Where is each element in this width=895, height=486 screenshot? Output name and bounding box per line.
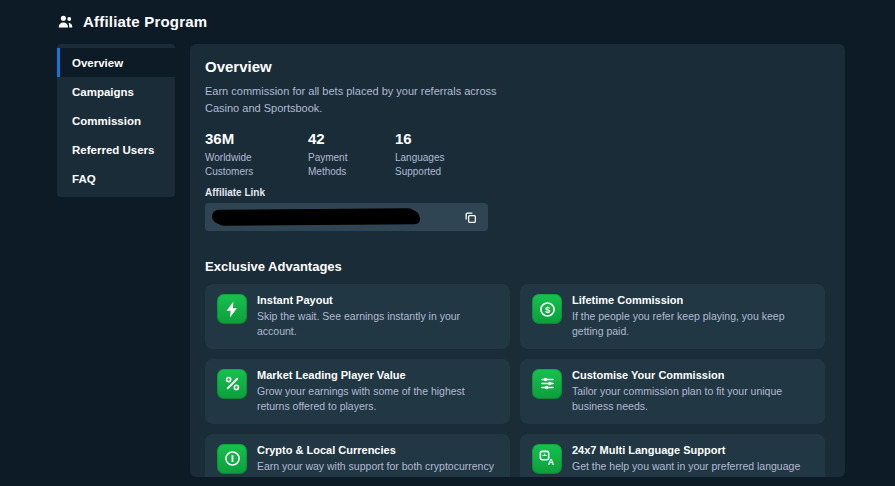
advantage-description: If the people you refer keep playing, yo… <box>572 309 813 339</box>
affiliates-icon <box>57 13 74 30</box>
lightning-icon <box>217 294 247 324</box>
advantage-card-lifetime-commission: $ Lifetime Commission If the people you … <box>520 284 825 349</box>
affiliate-link-label: Affiliate Link <box>205 187 825 198</box>
exclusive-advantages-title: Exclusive Advantages <box>205 259 825 274</box>
sidebar-item-faq[interactable]: FAQ <box>57 164 175 193</box>
section-title: Overview <box>205 58 825 75</box>
advantage-title: Customise Your Commission <box>572 369 813 381</box>
stat-worldwide-customers: 36M Worldwide Customers <box>205 130 308 179</box>
advantages-grid: Instant Payout Skip the wait. See earnin… <box>205 284 825 477</box>
page-title: Affiliate Program <box>83 13 207 30</box>
advantage-title: Crypto & Local Currencies <box>257 444 498 456</box>
overview-panel: Overview Earn commission for all bets pl… <box>190 44 845 477</box>
svg-text:A: A <box>547 457 554 467</box>
advantage-card-crypto-currencies: Crypto & Local Currencies Earn your way … <box>205 434 510 477</box>
affiliate-link-redacted-value <box>214 209 418 224</box>
stat-value: 42 <box>308 130 395 147</box>
content-area: Overview Campaigns Commission Referred U… <box>0 40 895 477</box>
advantage-title: Lifetime Commission <box>572 294 813 306</box>
advantage-title: Instant Payout <box>257 294 498 306</box>
advantage-title: Market Leading Player Value <box>257 369 498 381</box>
copy-icon <box>464 211 477 224</box>
money-cycle-icon: $ <box>532 294 562 324</box>
stat-label: Languages Supported <box>395 151 465 179</box>
sidebar-item-referred-users[interactable]: Referred Users <box>57 135 175 164</box>
stat-value: 16 <box>395 130 465 147</box>
advantage-title: 24x7 Multi Language Support <box>572 444 813 456</box>
sidebar-item-overview[interactable]: Overview <box>57 48 175 77</box>
page-header: Affiliate Program <box>0 0 895 40</box>
coin-icon <box>217 444 247 474</box>
translate-icon: A <box>532 444 562 474</box>
stat-label: Worldwide Customers <box>205 151 275 179</box>
sidebar: Overview Campaigns Commission Referred U… <box>57 44 175 197</box>
advantage-card-language-support: A 24x7 Multi Language Support Get the he… <box>520 434 825 477</box>
advantage-description: Skip the wait. See earnings instantly in… <box>257 309 498 339</box>
svg-text:$: $ <box>544 304 549 314</box>
advantage-card-customise-commission: Customise Your Commission Tailor your co… <box>520 359 825 424</box>
sliders-icon <box>532 369 562 399</box>
advantage-card-player-value: Market Leading Player Value Grow your ea… <box>205 359 510 424</box>
stat-payment-methods: 42 Payment Methods <box>308 130 395 179</box>
sidebar-item-commission[interactable]: Commission <box>57 106 175 135</box>
sidebar-item-campaigns[interactable]: Campaigns <box>57 77 175 106</box>
advantage-description: Tailor your commission plan to fit your … <box>572 384 813 414</box>
stat-label: Payment Methods <box>308 151 378 179</box>
percent-icon <box>217 369 247 399</box>
stats-row: 36M Worldwide Customers 42 Payment Metho… <box>205 130 825 179</box>
advantage-card-instant-payout: Instant Payout Skip the wait. See earnin… <box>205 284 510 349</box>
affiliate-link-field[interactable] <box>205 203 488 231</box>
stat-value: 36M <box>205 130 308 147</box>
section-description: Earn commission for all bets placed by y… <box>205 83 525 116</box>
advantage-description: Earn your way with support for both cryp… <box>257 459 498 477</box>
copy-link-button[interactable] <box>462 209 479 226</box>
advantage-description: Get the help you want in your preferred … <box>572 459 813 477</box>
advantage-description: Grow your earnings with some of the high… <box>257 384 498 414</box>
stat-languages-supported: 16 Languages Supported <box>395 130 465 179</box>
